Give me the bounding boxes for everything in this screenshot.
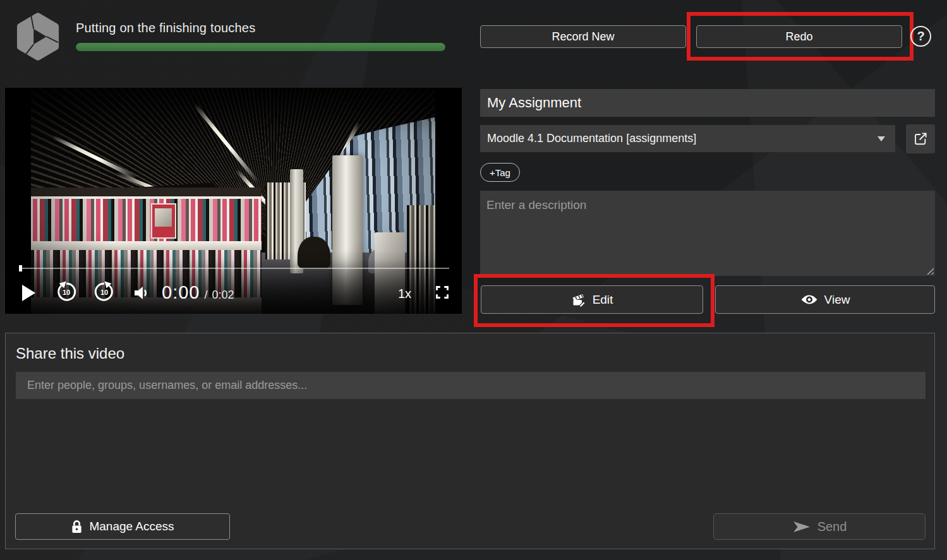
rewind-10-button[interactable]: 10 [56,281,77,302]
volume-button[interactable] [133,285,150,301]
view-button[interactable]: View [715,285,935,314]
duration: 0:02 [212,289,234,302]
redo-button[interactable]: Redo [696,25,902,48]
current-time: 0:00 [162,282,200,303]
share-panel-title: Share this video [16,345,124,362]
assignment-panel-title: My Assignment [480,89,935,117]
play-button[interactable] [21,284,36,302]
add-tag-button[interactable]: +Tag [480,163,520,182]
svg-text:10: 10 [100,289,108,296]
seek-bar[interactable] [19,268,449,269]
share-panel: Share this video Manage Access Send [5,333,935,549]
upload-progress-fill [76,43,445,51]
send-arrow-icon [792,520,811,533]
chevron-down-icon [878,136,885,141]
share-recipients-input[interactable] [16,372,926,399]
forward-10-icon: 10 [93,281,115,302]
fullscreen-icon [435,285,450,300]
folder-dropdown-value: Moodle 4.1 Documentation [assignments] [487,132,696,145]
time-display: 0:00 / 0:02 [162,282,234,303]
manage-access-button[interactable]: Manage Access [15,513,230,540]
description-input[interactable] [480,191,935,276]
panopto-logo-icon [14,10,62,63]
lock-icon [71,520,83,534]
fullscreen-button[interactable] [435,285,450,300]
record-new-button[interactable]: Record New [480,25,686,48]
upload-progress-bar [76,43,445,51]
edit-button[interactable]: Edit [481,285,703,314]
upload-status-text: Putting on the finishing touches [76,21,255,35]
open-folder-button[interactable] [906,124,935,153]
help-icon[interactable]: ? [910,26,931,47]
playback-speed-button[interactable]: 1x [398,287,411,301]
forward-10-button[interactable]: 10 [93,281,115,302]
video-player[interactable]: 10 10 0:00 / 0:02 1x [5,88,462,314]
panopto-upload-window: Putting on the finishing touches Record … [0,0,947,560]
scene-red-book [151,203,176,239]
volume-icon [133,285,150,301]
play-icon [21,284,36,302]
rewind-10-icon: 10 [56,281,77,302]
svg-text:10: 10 [63,289,70,296]
seek-playhead[interactable] [19,265,22,271]
send-button[interactable]: Send [713,513,926,540]
clapperboard-edit-icon [571,292,586,307]
external-link-icon [912,130,929,148]
folder-dropdown[interactable]: Moodle 4.1 Documentation [assignments] [480,125,895,152]
eye-icon [800,294,818,306]
